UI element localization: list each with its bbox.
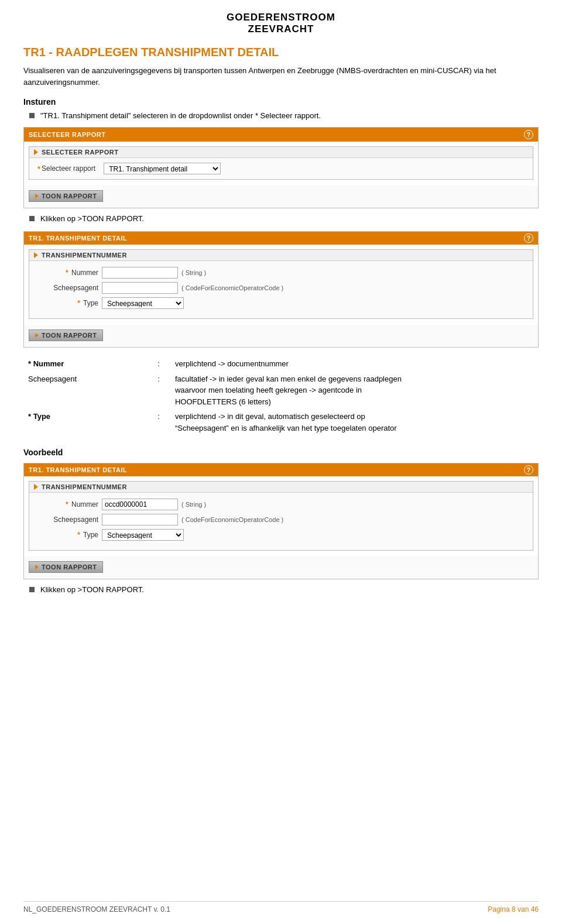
description-table: * Nummer : verplichtend -> documentnumme… — [23, 356, 539, 436]
selecteer-rapport-subheader: SELECTEER RAPPORT — [29, 147, 533, 158]
req-star-type: * — [77, 299, 80, 307]
select-rapport-form-row: * Selecteer rapport TR1. Transhipment de… — [29, 158, 533, 179]
chevron-icon — [34, 149, 38, 155]
desc-row-nummer: * Nummer : verplichtend -> documentnumme… — [25, 357, 537, 371]
voorbeeld-scheepsagent-type-hint: ( CodeForEconomicOperatorCode ) — [181, 516, 283, 523]
transhipmentnummer-panel: TRANSHIPMENTNUMMER * Nummer ( String ) S… — [29, 249, 533, 319]
bullet-text-1: "TR1. Transhipment detail" selecteren in… — [40, 111, 321, 120]
nummer-type-hint: ( String ) — [181, 269, 206, 276]
bullet-text-2: Klikken op >TOON RAPPORT. — [40, 214, 144, 223]
page-title: TR1 - RAADPLEGEN TRANSHIPMENT DETAIL — [23, 46, 539, 59]
voorbeeld-bullet-square — [29, 587, 35, 592]
desc-field-scheepsagent: Scheepsagent — [25, 372, 153, 409]
desc-text-nummer: verplichtend -> documentnummer — [172, 357, 537, 371]
page-header: GOEDERENSTROOM ZEEVRACHT — [23, 12, 539, 35]
insturen-title: Insturen — [23, 97, 539, 107]
bullet-square-2 — [29, 216, 35, 221]
selecteer-rapport-label: Selecteer rapport — [42, 164, 99, 173]
voorbeeld-toon-rapport-btn-label: TOON RAPPORT — [42, 564, 97, 571]
desc-field-nummer: * Nummer — [25, 357, 153, 371]
voorbeeld-req-star-type: * — [77, 531, 80, 539]
main-title-line2: ZEEVRACHT — [23, 23, 539, 35]
voorbeeld-form-row-type: * Type Scheepsagent — [37, 529, 525, 541]
nummer-input[interactable] — [102, 267, 178, 279]
selecteer-rapport-inner-panel: SELECTEER RAPPORT * Selecteer rapport TR… — [29, 146, 533, 180]
voorbeeld-form-row-scheepsagent: Scheepsagent ( CodeForEconomicOperatorCo… — [37, 514, 525, 525]
desc-row-scheepsagent: Scheepsagent : facultatief -> in ieder g… — [25, 372, 537, 409]
voorbeeld-bullet-item: Klikken op >TOON RAPPORT. — [29, 585, 539, 594]
voorbeeld-bullet-text: Klikken op >TOON RAPPORT. — [40, 585, 144, 594]
voorbeeld-scheepsagent-label: Scheepsagent — [37, 516, 102, 524]
scheepsagent-input[interactable] — [102, 282, 178, 294]
chevron-icon-3 — [34, 484, 38, 490]
voorbeeld-btn-arrow-icon — [35, 565, 39, 569]
nummer-label: * Nummer — [37, 269, 102, 277]
selecteer-rapport-header-outer-label: SELECTEER RAPPORT — [29, 131, 105, 138]
toon-rapport-button-1[interactable]: TOON RAPPORT — [29, 190, 103, 202]
form-row-nummer: * Nummer ( String ) — [37, 267, 525, 279]
transhipmentnummer-subheader: TRANSHIPMENTNUMMER — [29, 250, 533, 261]
type-label: * Type — [37, 299, 102, 307]
transhipmentnummer-body: * Nummer ( String ) Scheepsagent ( CodeF… — [29, 261, 533, 318]
voorbeeld-transhipmentnummer-body: * Nummer ( String ) Scheepsagent ( CodeF… — [29, 493, 533, 550]
voorbeeld-scheepsagent-input[interactable] — [102, 514, 178, 525]
toon-rapport-btn-label-2: TOON RAPPORT — [42, 332, 97, 339]
voorbeeld-tr1-header: TR1. TRANSHIPMENT DETAIL ? — [24, 463, 538, 476]
req-star: * — [37, 164, 40, 173]
desc-sep-scheepsagent: : — [154, 372, 170, 409]
voorbeeld-tr1-panel-outer: TR1. TRANSHIPMENT DETAIL ? TRANSHIPMENTN… — [23, 463, 539, 579]
voorbeeld-transhipmentnummer-label: TRANSHIPMENTNUMMER — [42, 483, 127, 490]
toon-rapport-btn-label-1: TOON RAPPORT — [42, 193, 97, 200]
help-icon-1[interactable]: ? — [524, 130, 533, 139]
desc-sep-nummer: : — [154, 357, 170, 371]
form-row-scheepsagent: Scheepsagent ( CodeForEconomicOperatorCo… — [37, 282, 525, 294]
selecteer-rapport-select[interactable]: TR1. Transhipment detail — [104, 163, 221, 174]
voorbeeld-transhipmentnummer-panel: TRANSHIPMENTNUMMER * Nummer ( String ) S… — [29, 481, 533, 551]
footer-left: NL_GOEDERENSTROOM ZEEVRACHT v. 0.1 — [23, 905, 170, 913]
desc-text-type: verplichtend -> in dit geval, automatisc… — [172, 410, 537, 435]
desc-field-type: * Type — [25, 410, 153, 435]
btn-arrow-icon-2 — [35, 333, 39, 338]
selecteer-rapport-panel-outer: SELECTEER RAPPORT ? SELECTEER RAPPORT * … — [23, 127, 539, 208]
desc-sep-type: : — [154, 410, 170, 435]
req-star-nummer: * — [66, 269, 68, 277]
description: Visualiseren van de aanzuiveringsgegeven… — [23, 65, 539, 88]
scheepsagent-type-hint: ( CodeForEconomicOperatorCode ) — [181, 284, 283, 291]
voorbeeld-tr1-header-label: TR1. TRANSHIPMENT DETAIL — [29, 466, 127, 473]
voorbeeld-type-label: * Type — [37, 531, 102, 539]
voorbeeld-nummer-label: * Nummer — [37, 500, 102, 509]
voorbeeld-toon-rapport-button[interactable]: TOON RAPPORT — [29, 561, 103, 573]
type-select[interactable]: Scheepsagent — [102, 297, 184, 309]
help-icon-2[interactable]: ? — [524, 233, 533, 243]
form-row-type: * Type Scheepsagent — [37, 297, 525, 309]
bullet-item-1: "TR1. Transhipment detail" selecteren in… — [29, 111, 539, 120]
scheepsagent-label: Scheepsagent — [37, 284, 102, 292]
voorbeeld-nummer-type-hint: ( String ) — [181, 501, 206, 508]
transhipmentnummer-subheader-label: TRANSHIPMENTNUMMER — [42, 252, 127, 259]
tr1-header: TR1. TRANSHIPMENT DETAIL ? — [24, 232, 538, 245]
toon-rapport-row-2: TOON RAPPORT — [24, 325, 538, 347]
voorbeeld-transhipmentnummer-subheader: TRANSHIPMENTNUMMER — [29, 482, 533, 493]
help-icon-3[interactable]: ? — [524, 465, 533, 475]
voorbeeld-form-row-nummer: * Nummer ( String ) — [37, 499, 525, 510]
voorbeeld-req-star-nummer: * — [66, 500, 68, 509]
desc-row-type: * Type : verplichtend -> in dit geval, a… — [25, 410, 537, 435]
voorbeeld-toon-rapport-row: TOON RAPPORT — [24, 557, 538, 579]
selecteer-rapport-subheader-label: SELECTEER RAPPORT — [42, 149, 118, 156]
voorbeeld-type-select[interactable]: Scheepsagent — [102, 529, 184, 541]
toon-rapport-button-2[interactable]: TOON RAPPORT — [29, 329, 103, 341]
main-title-line1: GOEDERENSTROOM — [23, 12, 539, 23]
toon-rapport-row-1: TOON RAPPORT — [24, 186, 538, 208]
btn-arrow-icon-1 — [35, 194, 39, 198]
tr1-header-label: TR1. TRANSHIPMENT DETAIL — [29, 235, 127, 242]
chevron-icon-2 — [34, 252, 38, 258]
selecteer-rapport-header-outer: SELECTEER RAPPORT ? — [24, 128, 538, 142]
footer-right: Pagina 8 van 46 — [488, 905, 539, 913]
voorbeeld-title: Voorbeeld — [23, 448, 539, 457]
bullet-square-1 — [29, 113, 35, 118]
page-footer: NL_GOEDERENSTROOM ZEEVRACHT v. 0.1 Pagin… — [23, 901, 539, 913]
voorbeeld-nummer-input[interactable] — [102, 499, 178, 510]
desc-text-scheepsagent: facultatief -> in ieder geval kan men en… — [172, 372, 537, 409]
bullet-item-2: Klikken op >TOON RAPPORT. — [29, 214, 539, 223]
tr1-panel-outer: TR1. TRANSHIPMENT DETAIL ? TRANSHIPMENTN… — [23, 231, 539, 348]
